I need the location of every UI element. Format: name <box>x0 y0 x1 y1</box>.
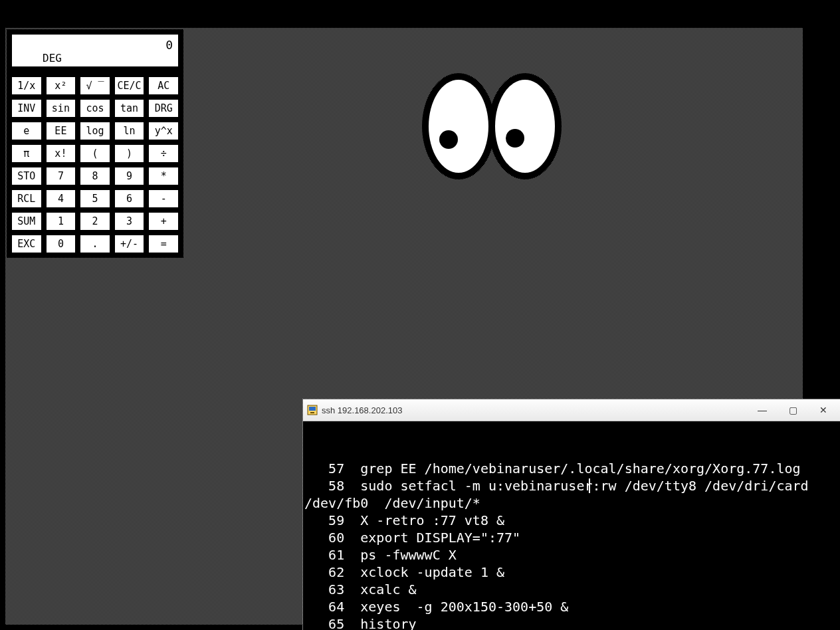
svg-rect-7 <box>309 407 316 411</box>
terminal-history: 57 grep EE /home/vebinaruser/.local/shar… <box>304 460 840 630</box>
calc-key-x[interactable]: x! <box>45 144 77 163</box>
calc-key-inv[interactable]: INV <box>11 98 43 118</box>
putty-ssh-window: ssh 192.168.202.103 — ▢ ✕ 57 grep EE /ho… <box>302 399 840 630</box>
calc-key-exc[interactable]: EXC <box>11 234 43 254</box>
calc-key-tan[interactable]: tan <box>114 98 146 118</box>
calc-key-1[interactable]: 1 <box>45 211 77 231</box>
close-button[interactable]: ✕ <box>808 401 839 419</box>
calc-key-0[interactable]: 0 <box>45 234 77 254</box>
calc-key-3[interactable]: 3 <box>114 211 146 231</box>
calc-key-[interactable]: π <box>11 144 43 163</box>
calc-key-cec[interactable]: CE/C <box>114 76 146 96</box>
calc-key-log[interactable]: log <box>79 121 111 141</box>
putty-icon <box>307 405 318 415</box>
calc-key-[interactable]: + <box>148 211 179 231</box>
calc-key-[interactable]: √ ‾ <box>79 76 111 96</box>
terminal-area[interactable]: 57 grep EE /home/vebinaruser/.local/shar… <box>303 421 840 630</box>
calc-key-sum[interactable]: SUM <box>11 211 43 231</box>
calc-key-ee[interactable]: EE <box>45 121 77 141</box>
calc-key-cos[interactable]: cos <box>79 98 111 118</box>
calc-key-ac[interactable]: AC <box>148 76 179 96</box>
putty-titlebar[interactable]: ssh 192.168.202.103 — ▢ ✕ <box>303 399 840 421</box>
putty-title: ssh 192.168.202.103 <box>322 405 747 415</box>
xcalc-display-value: 0 <box>17 39 173 52</box>
xcalc-display-mode: DEG <box>17 52 173 65</box>
calc-key-x[interactable]: x² <box>45 76 77 96</box>
calc-key-[interactable]: ÷ <box>148 144 179 163</box>
calc-key-[interactable]: = <box>148 234 179 254</box>
calc-key-1x[interactable]: 1/x <box>11 76 43 96</box>
calc-key-4[interactable]: 4 <box>45 189 77 209</box>
calc-key-[interactable]: ) <box>114 144 146 163</box>
text-caret-icon <box>589 478 590 493</box>
calc-key-sto[interactable]: STO <box>11 166 43 186</box>
calc-key-6[interactable]: 6 <box>114 189 146 209</box>
xcalc-keypad: 1/xx²√ ‾CE/CACINVsincostanDRGeEEloglny^x… <box>9 74 181 255</box>
calc-key-[interactable]: . <box>79 234 111 254</box>
minimize-button[interactable]: — <box>747 401 778 419</box>
xcalc-window: 0 DEG 1/xx²√ ‾CE/CACINVsincostanDRGeEElo… <box>7 29 183 258</box>
maximize-button[interactable]: ▢ <box>778 401 808 419</box>
calc-key-[interactable]: - <box>148 189 179 209</box>
calc-key-yx[interactable]: y^x <box>148 121 179 141</box>
calc-key-sin[interactable]: sin <box>45 98 77 118</box>
calc-key-e[interactable]: e <box>11 121 43 141</box>
calc-key-drg[interactable]: DRG <box>148 98 179 118</box>
calc-key-[interactable]: * <box>148 166 179 186</box>
calc-key-rcl[interactable]: RCL <box>11 189 43 209</box>
calc-key-[interactable]: ( <box>79 144 111 163</box>
calc-key-8[interactable]: 8 <box>79 166 111 186</box>
calc-key-7[interactable]: 7 <box>45 166 77 186</box>
calc-key-2[interactable]: 2 <box>79 211 111 231</box>
calc-key-9[interactable]: 9 <box>114 166 146 186</box>
calc-key-5[interactable]: 5 <box>79 189 111 209</box>
xcalc-display: 0 DEG <box>11 33 179 68</box>
calc-key-[interactable]: +/- <box>114 234 146 254</box>
calc-key-ln[interactable]: ln <box>114 121 146 141</box>
svg-rect-8 <box>310 412 314 413</box>
